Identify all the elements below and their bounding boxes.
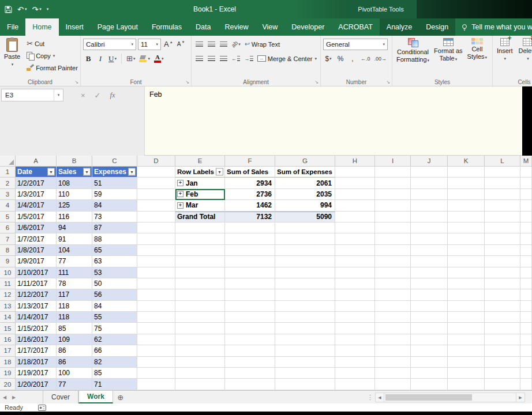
cell-K12[interactable] [448, 289, 485, 300]
cell-B8[interactable]: 104 [57, 245, 92, 256]
cell-F6[interactable] [225, 222, 275, 233]
cell-E1[interactable]: Row Labels▼ [175, 167, 225, 178]
clipboard-dialog-launcher[interactable]: ↘ [74, 80, 78, 85]
cell-K14[interactable] [448, 312, 485, 323]
cell-I15[interactable] [375, 323, 411, 334]
cell-F1[interactable]: Sum of Sales [225, 167, 275, 178]
cell-L11[interactable] [485, 278, 520, 289]
cell-D20[interactable] [137, 379, 175, 390]
cell-M17[interactable] [520, 345, 532, 356]
cell-G17[interactable] [275, 345, 335, 356]
align-right-button[interactable] [218, 53, 228, 65]
cell-L5[interactable] [485, 212, 520, 222]
cell-B6[interactable]: 94 [57, 222, 92, 233]
cell-D19[interactable] [137, 368, 175, 379]
cell-H8[interactable] [335, 245, 375, 256]
cell-M13[interactable] [520, 301, 532, 312]
cell-I20[interactable] [375, 379, 411, 390]
cell-K18[interactable] [448, 357, 485, 368]
cell-D16[interactable] [137, 334, 175, 345]
cell-J14[interactable] [411, 312, 448, 323]
cell-M1[interactable] [520, 167, 532, 178]
decrease-decimal-button[interactable]: .00→ [373, 53, 388, 65]
cell-A16[interactable]: 1/16/2017 [16, 334, 57, 345]
grow-font-button[interactable]: A ▲ [163, 39, 174, 50]
cell-J3[interactable] [411, 189, 448, 200]
cell-H12[interactable] [335, 289, 375, 300]
cell-C3[interactable]: 59 [92, 189, 137, 200]
cell-H17[interactable] [335, 345, 375, 356]
cell-B4[interactable]: 125 [57, 200, 92, 211]
accounting-format-button[interactable]: $ ▾ [323, 53, 334, 65]
cell-L7[interactable] [485, 233, 520, 244]
cell-E11[interactable] [175, 278, 225, 289]
cell-E18[interactable] [175, 357, 225, 368]
cell-I4[interactable] [375, 200, 411, 211]
cell-G5[interactable]: 5090 [275, 212, 335, 222]
cell-J6[interactable] [411, 222, 448, 233]
cell-J7[interactable] [411, 233, 448, 244]
cell-I5[interactable] [375, 212, 411, 222]
cell-A15[interactable]: 1/15/2017 [16, 323, 57, 334]
cell-E6[interactable] [175, 222, 225, 233]
cell-L12[interactable] [485, 289, 520, 300]
cell-G11[interactable] [275, 278, 335, 289]
cell-A10[interactable]: 1/10/2017 [16, 267, 57, 278]
row-header-9[interactable]: 9 [0, 256, 16, 267]
cell-B5[interactable]: 116 [57, 212, 92, 222]
cell-D17[interactable] [137, 345, 175, 356]
tab-developer[interactable]: Developer [284, 18, 331, 36]
cell-J10[interactable] [411, 267, 448, 278]
cell-C6[interactable]: 87 [92, 222, 137, 233]
column-header-F[interactable]: F [225, 156, 275, 167]
italic-button[interactable]: I [95, 53, 106, 65]
cell-B17[interactable]: 86 [57, 345, 92, 356]
scroll-left-button[interactable]: ◀ [375, 393, 384, 402]
cell-A12[interactable]: 1/12/2017 [16, 289, 57, 300]
column-header-H[interactable]: H [335, 156, 375, 167]
cell-A18[interactable]: 1/18/2017 [16, 357, 57, 368]
select-all-button[interactable] [0, 156, 16, 167]
tab-analyze[interactable]: Analyze [380, 18, 419, 36]
cell-F8[interactable] [225, 245, 275, 256]
cell-A17[interactable]: 1/17/2017 [16, 345, 57, 356]
cancel-entry-button[interactable]: × [81, 91, 85, 100]
column-header-L[interactable]: L [485, 156, 520, 167]
cell-K4[interactable] [448, 200, 485, 211]
cell-K8[interactable] [448, 245, 485, 256]
cell-F12[interactable] [225, 289, 275, 300]
row-header-11[interactable]: 11 [0, 278, 16, 289]
column-header-M[interactable]: M [520, 156, 532, 167]
new-sheet-button[interactable]: ⊕ [113, 391, 128, 403]
font-dialog-launcher[interactable]: ↘ [185, 80, 189, 85]
cell-J4[interactable] [411, 200, 448, 211]
cell-A4[interactable]: 1/4/2017 [16, 200, 57, 211]
cell-J13[interactable] [411, 301, 448, 312]
cell-A14[interactable]: 1/14/2017 [16, 312, 57, 323]
row-header-7[interactable]: 7 [0, 233, 16, 244]
cell-K1[interactable] [448, 167, 485, 178]
cell-E10[interactable] [175, 267, 225, 278]
expand-collapse-button[interactable]: + [177, 180, 183, 186]
cell-E16[interactable] [175, 334, 225, 345]
cell-F4[interactable]: 1462 [225, 200, 275, 211]
cell-J16[interactable] [411, 334, 448, 345]
row-header-20[interactable]: 20 [0, 379, 16, 390]
cell-B7[interactable]: 91 [57, 233, 92, 244]
cell-L15[interactable] [485, 323, 520, 334]
name-box[interactable]: E3 ▾ [1, 89, 63, 101]
cell-A11[interactable]: 1/11/2017 [16, 278, 57, 289]
cell-M15[interactable] [520, 323, 532, 334]
cell-D7[interactable] [137, 233, 175, 244]
cell-E8[interactable] [175, 245, 225, 256]
cell-C15[interactable]: 75 [92, 323, 137, 334]
cell-I12[interactable] [375, 289, 411, 300]
cell-E2[interactable]: +Jan [175, 178, 225, 188]
align-bottom-button[interactable] [218, 39, 228, 50]
cell-J20[interactable] [411, 379, 448, 390]
cell-H7[interactable] [335, 233, 375, 244]
cell-M9[interactable] [520, 256, 532, 267]
cell-C2[interactable]: 51 [92, 178, 137, 188]
decrease-indent-button[interactable]: ← [230, 53, 241, 65]
cell-D3[interactable] [137, 189, 175, 200]
